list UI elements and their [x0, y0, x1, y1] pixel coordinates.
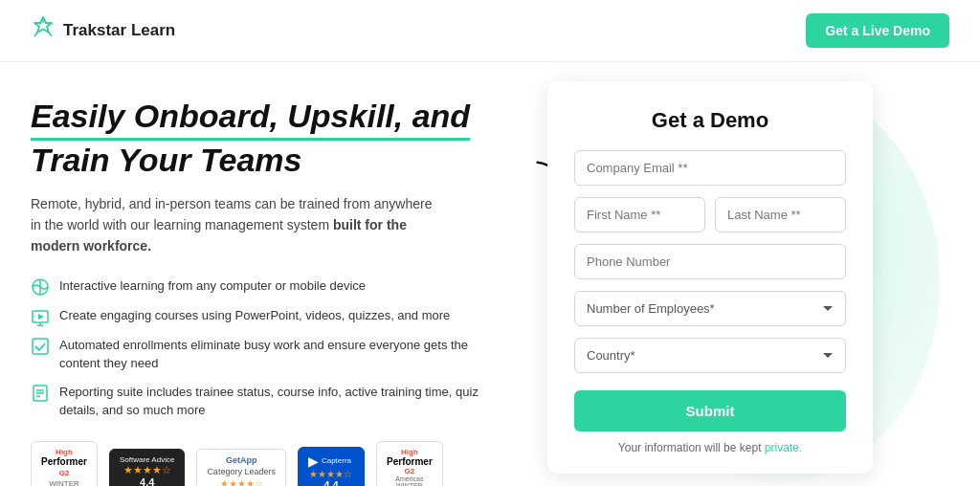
- name-row: [574, 197, 846, 232]
- logo-area: Trakstar Learn: [31, 15, 175, 46]
- badge-g2-winter: High Performer G2 WINTER2024: [31, 441, 98, 486]
- features-list: Interactive learning from any computer o…: [31, 276, 509, 420]
- ga-label: GetApp: [207, 455, 276, 465]
- capterra-label: Capterra: [322, 456, 351, 465]
- last-name-input[interactable]: [715, 197, 846, 232]
- privacy-link[interactable]: private.: [765, 441, 802, 454]
- company-email-group: [574, 150, 846, 186]
- main-content: Easily Onboard, Upskill, and Train Your …: [0, 62, 980, 486]
- svg-line-1: [34, 33, 37, 36]
- demo-form-card: Get a Demo Number of Employees* 1-10 11-…: [547, 81, 873, 474]
- badge-g2-americas: High Performer G2 AmericasWINTER2024: [376, 441, 443, 486]
- sa-stars: ★★★★☆: [120, 464, 174, 476]
- privacy-notice: Your information will be kept private.: [574, 441, 846, 454]
- svg-marker-8: [38, 314, 44, 320]
- feature-text-4: Reporting suite includes trainee status,…: [59, 383, 509, 420]
- headline-line2: Train Your Teams: [31, 142, 301, 178]
- ga-stars: ★★★★☆: [207, 478, 276, 486]
- feature-item-4: Reporting suite includes trainee status,…: [31, 383, 509, 420]
- hero-headline: Easily Onboard, Upskill, and Train Your …: [31, 97, 509, 180]
- company-email-input[interactable]: [574, 150, 846, 186]
- header: Trakstar Learn Get a Live Demo: [0, 0, 980, 62]
- feature-text-1: Interactive learning from any computer o…: [59, 276, 366, 296]
- phone-input[interactable]: [574, 244, 846, 279]
- sa-label: Software Advice: [120, 455, 174, 464]
- right-column: Get a Demo Number of Employees* 1-10 11-…: [547, 62, 911, 486]
- badge-g2-top: High: [41, 448, 87, 456]
- capterra-score: 4.4: [308, 479, 354, 486]
- country-select[interactable]: Country* United States United Kingdom Ca…: [574, 338, 846, 373]
- headline-line1: Easily Onboard, Upskill, and: [31, 97, 470, 141]
- badge-getapp: GetApp Category Leaders ★★★★☆: [196, 449, 286, 486]
- privacy-text-label: Your information will be kept: [618, 441, 762, 454]
- monitor-icon: [31, 277, 50, 297]
- svg-line-2: [49, 33, 52, 36]
- slides-icon: [31, 307, 50, 326]
- hero-subtext: Remote, hybrid, and in-person teams can …: [31, 193, 433, 257]
- form-title: Get a Demo: [574, 108, 846, 133]
- feature-text-2: Create engaging courses using PowerPoint…: [59, 306, 450, 325]
- badges-row: High Performer G2 WINTER2024 Software Ad…: [31, 441, 509, 486]
- phone-group: [574, 244, 846, 279]
- get-live-demo-button[interactable]: Get a Live Demo: [806, 13, 949, 48]
- feature-item-3: Automated enrollments eliminate busy wor…: [31, 336, 509, 373]
- badge-g2-bot: WINTER2024: [41, 479, 87, 486]
- feature-item-2: Create engaging courses using PowerPoint…: [31, 306, 509, 326]
- report-icon: [31, 384, 50, 403]
- badge-capterra: ▶ Capterra ★★★★☆ 4.4: [298, 447, 365, 486]
- employees-group: Number of Employees* 1-10 11-50 51-200 2…: [574, 291, 846, 326]
- logo-text: Trakstar Learn: [63, 21, 175, 40]
- badge-g2-mid: Performer: [41, 456, 87, 467]
- country-group: Country* United States United Kingdom Ca…: [574, 338, 846, 373]
- svg-rect-9: [33, 339, 48, 354]
- left-column: Easily Onboard, Upskill, and Train Your …: [31, 62, 509, 486]
- sa-score: 4.4: [120, 476, 174, 486]
- first-name-input[interactable]: [574, 197, 705, 232]
- capterra-stars: ★★★★☆: [308, 469, 354, 479]
- badge-software-advice: Software Advice ★★★★☆ 4.4: [109, 449, 185, 486]
- feature-text-3: Automated enrollments eliminate busy wor…: [59, 336, 509, 373]
- feature-item-1: Interactive learning from any computer o…: [31, 276, 509, 297]
- submit-button[interactable]: Submit: [574, 390, 846, 431]
- checkbox-icon: [31, 337, 50, 356]
- logo-icon: [31, 15, 56, 46]
- employees-select[interactable]: Number of Employees* 1-10 11-50 51-200 2…: [574, 291, 846, 326]
